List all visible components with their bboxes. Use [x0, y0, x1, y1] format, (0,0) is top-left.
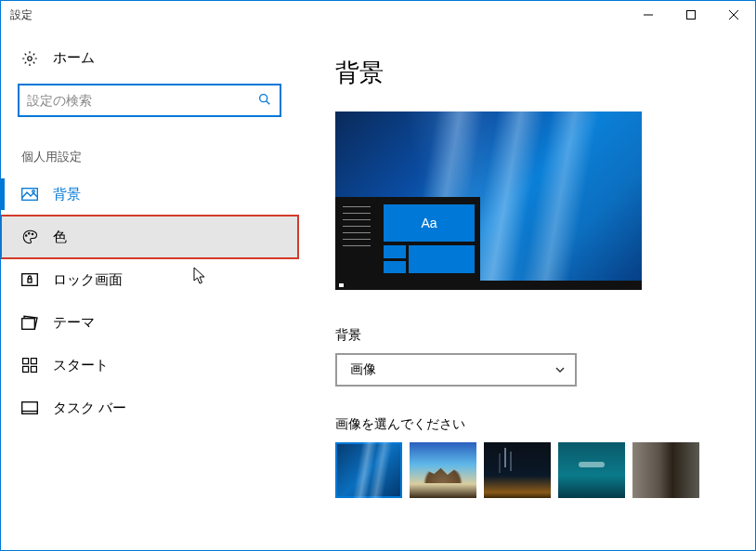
home-nav[interactable]: ホーム	[1, 46, 298, 78]
minimize-button[interactable]	[627, 1, 670, 29]
nav-item-lock-screen[interactable]: ロック画面	[1, 258, 298, 301]
svg-point-9	[26, 235, 28, 237]
titlebar: 設定	[1, 1, 755, 29]
home-label: ホーム	[53, 49, 95, 67]
nav-label: ロック画面	[53, 271, 123, 289]
svg-rect-18	[31, 366, 36, 372]
nav-item-themes[interactable]: テーマ	[1, 301, 298, 344]
svg-point-8	[33, 190, 35, 193]
taskbar-icon	[21, 401, 38, 414]
themes-icon	[21, 315, 38, 330]
svg-point-10	[29, 233, 31, 235]
background-preview: Aa	[335, 112, 642, 290]
background-thumbnails	[335, 442, 718, 498]
svg-rect-16	[31, 359, 36, 364]
taskbar-preview	[335, 281, 642, 290]
svg-rect-1	[687, 11, 696, 20]
choose-image-label: 画像を選んでください	[335, 416, 718, 433]
start-icon	[21, 358, 38, 373]
svg-rect-17	[23, 366, 29, 372]
nav-label: 色	[53, 229, 67, 246]
palette-icon	[21, 229, 38, 245]
start-menu-preview: Aa	[335, 197, 480, 281]
lock-screen-icon	[21, 273, 38, 286]
close-button[interactable]	[712, 1, 755, 29]
svg-rect-14	[22, 319, 35, 330]
svg-point-4	[28, 56, 33, 60]
svg-rect-19	[22, 402, 38, 414]
gear-icon	[21, 50, 38, 67]
svg-rect-13	[28, 279, 32, 282]
svg-point-11	[32, 233, 33, 235]
nav-item-background[interactable]: 背景	[1, 173, 298, 216]
search-input[interactable]	[27, 93, 257, 108]
background-type-label: 背景	[335, 327, 718, 344]
sample-text-tile: Aa	[384, 204, 475, 242]
nav-label: スタート	[53, 357, 109, 374]
page-title: 背景	[335, 57, 718, 89]
svg-point-5	[260, 94, 267, 101]
select-value: 画像	[350, 361, 376, 378]
wallpaper-thumb-4[interactable]	[558, 442, 625, 498]
nav-label: 背景	[53, 186, 81, 203]
svg-line-6	[267, 100, 270, 104]
settings-main-pane: 背景 Aa 背景 画像	[298, 29, 755, 550]
wallpaper-thumb-3[interactable]	[484, 442, 551, 498]
nav-item-taskbar[interactable]: タスク バー	[1, 387, 298, 429]
nav-item-start[interactable]: スタート	[1, 344, 298, 387]
search-icon	[257, 92, 272, 110]
wallpaper-thumb-1[interactable]	[335, 442, 402, 498]
section-header-personalization: 個人用設定	[1, 117, 298, 173]
window-controls	[627, 1, 755, 29]
wallpaper-thumb-2[interactable]	[410, 442, 476, 498]
chevron-down-icon	[554, 364, 566, 375]
svg-rect-15	[23, 359, 29, 364]
search-box[interactable]	[18, 84, 281, 117]
picture-icon	[21, 188, 38, 201]
wallpaper-thumb-5[interactable]	[632, 442, 699, 498]
background-type-select[interactable]: 画像	[335, 353, 577, 387]
settings-sidebar: ホーム 個人用設定 背景	[1, 29, 298, 550]
nav-label: テーマ	[53, 314, 95, 332]
maximize-button[interactable]	[670, 1, 712, 29]
nav-item-colors[interactable]: 色	[1, 216, 298, 258]
window-title: 設定	[10, 7, 33, 23]
nav-label: タスク バー	[53, 400, 126, 417]
